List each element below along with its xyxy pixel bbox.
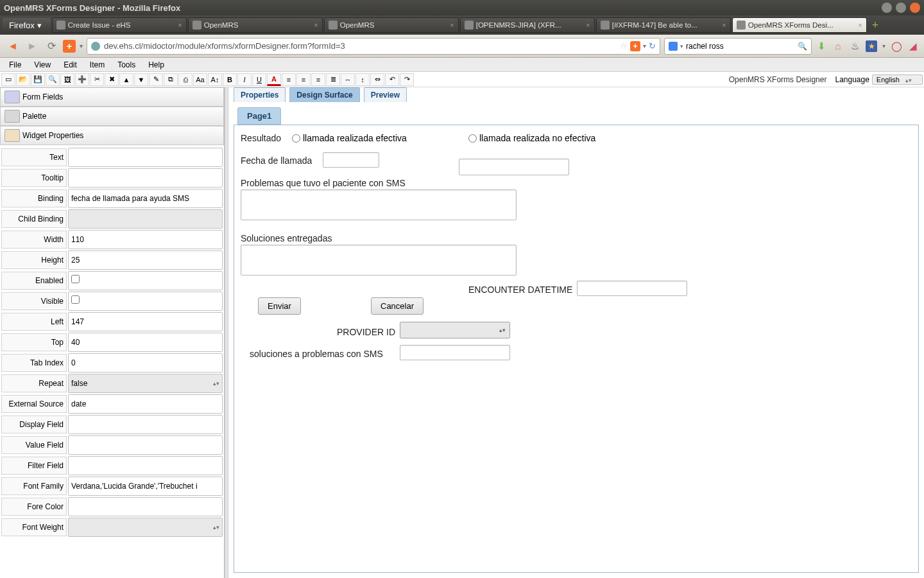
property-input[interactable] bbox=[68, 168, 223, 188]
align-right-icon[interactable]: ≡ bbox=[311, 73, 325, 86]
browser-tab[interactable]: OpenMRS× bbox=[188, 17, 323, 33]
browser-tab[interactable]: [OPENMRS-JIRA] (XFR...× bbox=[460, 17, 595, 33]
property-input[interactable] bbox=[68, 148, 223, 167]
delete-icon[interactable]: ✖ bbox=[105, 73, 119, 86]
property-input[interactable] bbox=[68, 250, 223, 270]
image-icon[interactable]: 🖼 bbox=[60, 73, 74, 86]
search-input[interactable] bbox=[686, 42, 798, 51]
bookmark-icon[interactable]: ★ bbox=[866, 40, 877, 52]
reload-button[interactable]: ⟳ bbox=[44, 39, 59, 54]
addthis-icon[interactable]: + bbox=[63, 40, 76, 53]
radio-no-efectiva[interactable]: llamada realizada no efectiva bbox=[468, 133, 595, 143]
back-button[interactable]: ◄ bbox=[5, 39, 21, 54]
align-center-icon[interactable]: ≡ bbox=[296, 73, 311, 86]
addon-icon[interactable]: ◢ bbox=[907, 40, 919, 52]
textarea-problemas[interactable] bbox=[241, 189, 517, 220]
bold-icon[interactable]: B bbox=[223, 73, 237, 86]
tab-close-icon[interactable]: × bbox=[314, 21, 318, 29]
undo-icon[interactable]: ↶ bbox=[385, 73, 399, 86]
menu-edit[interactable]: Edit bbox=[57, 59, 83, 71]
copy-icon[interactable]: ⧉ bbox=[164, 73, 178, 86]
browser-tab[interactable]: Create Issue - eHS× bbox=[52, 17, 187, 33]
tab-properties[interactable]: Properties bbox=[234, 87, 286, 102]
select-provider[interactable]: ▴▾ bbox=[400, 322, 510, 338]
radio-input[interactable] bbox=[468, 134, 477, 143]
cancel-button[interactable]: Cancelar bbox=[371, 297, 424, 315]
justify-icon[interactable]: ≣ bbox=[326, 73, 340, 86]
input-sol-problemas[interactable] bbox=[400, 345, 510, 360]
addthis-url-icon[interactable]: + bbox=[630, 41, 640, 51]
tab-design-surface[interactable]: Design Surface bbox=[289, 87, 359, 102]
noscript-icon[interactable]: ◯ bbox=[891, 40, 902, 52]
bookmark-dropdown-icon[interactable]: ▾ bbox=[882, 42, 886, 49]
window-maximize-icon[interactable] bbox=[896, 3, 906, 13]
property-input[interactable] bbox=[68, 415, 223, 434]
property-input[interactable] bbox=[68, 292, 223, 311]
menu-item[interactable]: Item bbox=[83, 59, 111, 71]
height-icon[interactable]: ↕ bbox=[355, 73, 370, 86]
italic-icon[interactable]: I bbox=[237, 73, 252, 86]
tab-preview[interactable]: Preview bbox=[364, 87, 407, 102]
menu-tools[interactable]: Tools bbox=[111, 59, 142, 71]
home-icon[interactable]: ⌂ bbox=[832, 40, 844, 52]
property-input[interactable] bbox=[68, 271, 223, 290]
browser-tab[interactable]: OpenMRS× bbox=[324, 17, 459, 33]
url-input[interactable] bbox=[104, 41, 620, 51]
add-icon[interactable]: ➕ bbox=[75, 73, 89, 86]
forward-button[interactable]: ► bbox=[24, 39, 40, 54]
menu-help[interactable]: Help bbox=[142, 59, 171, 71]
hrule-icon[interactable]: ↔ bbox=[341, 73, 355, 86]
tab-close-icon[interactable]: × bbox=[858, 21, 862, 29]
radio-efectiva[interactable]: llamada realizada efectiva bbox=[292, 133, 407, 143]
property-input[interactable] bbox=[68, 230, 223, 249]
tab-close-icon[interactable]: × bbox=[450, 21, 454, 29]
new-tab-button[interactable]: + bbox=[868, 19, 883, 32]
search-dropdown-icon[interactable]: ▾ bbox=[680, 43, 683, 49]
radio-input[interactable] bbox=[292, 134, 300, 143]
window-minimize-icon[interactable] bbox=[882, 3, 892, 13]
download-icon[interactable]: ⬇ bbox=[816, 40, 827, 52]
property-checkbox[interactable] bbox=[71, 275, 80, 283]
property-input[interactable] bbox=[68, 435, 223, 455]
redo-icon[interactable]: ↷ bbox=[400, 73, 414, 86]
brush-icon[interactable]: ✎ bbox=[149, 73, 163, 86]
property-input[interactable] bbox=[68, 497, 223, 516]
property-input[interactable] bbox=[68, 477, 223, 496]
url-bar[interactable]: ☆ + ▾ ↻ bbox=[87, 38, 660, 55]
cut-icon[interactable]: ✂ bbox=[90, 73, 104, 86]
language-select[interactable]: English ▴▾ bbox=[872, 74, 923, 85]
addthis-dropdown-icon[interactable]: ▾ bbox=[80, 42, 83, 49]
submit-button[interactable]: Enviar bbox=[258, 297, 301, 315]
property-input[interactable] bbox=[68, 353, 223, 372]
new-icon[interactable]: ▭ bbox=[1, 73, 15, 86]
firefox-menu-button[interactable]: Firefox ▾ bbox=[3, 18, 51, 33]
search-icon[interactable]: 🔍 bbox=[798, 42, 807, 51]
menu-file[interactable]: File bbox=[3, 59, 28, 71]
find-icon[interactable]: 🔍 bbox=[46, 73, 60, 86]
go-reload-icon[interactable]: ↻ bbox=[649, 41, 656, 51]
input-fecha[interactable] bbox=[323, 152, 379, 168]
search-bar[interactable]: ▾ 🔍 bbox=[664, 38, 812, 55]
tab-close-icon[interactable]: × bbox=[586, 21, 590, 29]
align-left-icon[interactable]: ≡ bbox=[282, 73, 296, 86]
textarea-soluciones[interactable] bbox=[241, 245, 517, 276]
property-checkbox[interactable] bbox=[71, 295, 80, 304]
font-icon[interactable]: Aa bbox=[193, 73, 207, 86]
page-tab[interactable]: Page1 bbox=[237, 107, 281, 125]
property-input[interactable] bbox=[68, 456, 223, 475]
section-form-fields[interactable]: Form Fields bbox=[0, 87, 224, 107]
down-icon[interactable]: ▼ bbox=[134, 73, 148, 86]
property-input[interactable] bbox=[68, 312, 223, 331]
input-aux[interactable] bbox=[459, 159, 569, 175]
fire-icon[interactable]: ♨ bbox=[849, 40, 860, 52]
up-icon[interactable]: ▲ bbox=[119, 73, 133, 86]
tab-close-icon[interactable]: × bbox=[722, 21, 726, 29]
property-input[interactable] bbox=[68, 189, 223, 208]
bookmark-star-icon[interactable]: ☆ bbox=[620, 41, 628, 51]
dropdown-icon[interactable]: ▾ bbox=[643, 42, 646, 49]
property-input[interactable] bbox=[68, 209, 223, 229]
browser-tab[interactable]: [#XFRM-147] Be able to...× bbox=[596, 17, 731, 33]
property-input[interactable] bbox=[68, 394, 223, 414]
tab-close-icon[interactable]: × bbox=[178, 21, 182, 29]
property-select[interactable]: false▴▾ bbox=[68, 374, 223, 393]
